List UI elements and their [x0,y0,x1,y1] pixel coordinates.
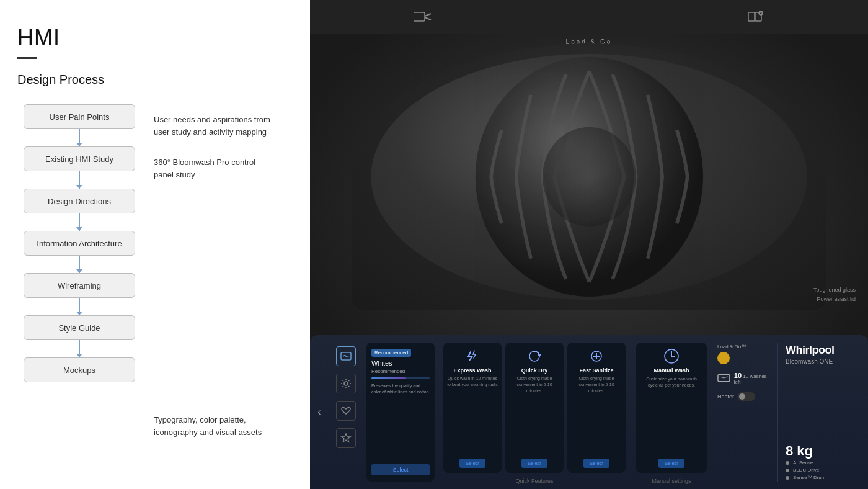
connector-2 [79,171,80,189]
whites-select-button[interactable]: Select [371,464,430,475]
step-mockups[interactable]: Mockups [24,357,135,382]
connector-4 [79,256,80,273]
fast-sanitize-icon [588,348,605,365]
whirlpool-logo: Whirlpool [786,344,861,357]
svg-line-2 [425,17,431,20]
glass-label: Toughened glass Power assist lid [813,285,856,303]
spec-label-2: BLDC Drive [793,467,819,473]
title-divider [17,57,37,59]
top-bar-divider [590,8,590,27]
page-title: HMI [17,25,291,51]
express-wash-title: Express Wash [453,367,491,374]
manual-wash-select-button[interactable]: Select [658,459,684,468]
recommended-badge: Recommended [371,349,411,357]
step-wireframing[interactable]: Wireframing [24,273,135,298]
load-go-indicator [717,352,730,364]
annotations-container: User needs and aspirations fromuser stud… [141,104,278,470]
settings-column: Load & Go™ 10 10 washes left Heater [712,335,777,489]
brand-specs: 8 kg AI Sense BLDC Drive Sense™ Drum [786,444,861,480]
spec-sense-drum: Sense™ Drum [786,475,861,480]
feature-card-express-wash: Express Wash Quick wash in 10 minutes to… [443,343,502,473]
spec-ai-sense: AI Sense [786,460,861,465]
spec-weight-row: 8 kg [786,444,861,458]
svg-point-11 [542,127,636,227]
feature-card-fast-sanitize: Fast Sanitize Cloth drying made convenie… [567,343,626,473]
right-panel: Load & Go [310,0,868,489]
washes-left-count: 10 10 washes left [734,372,773,385]
cycle-icon-heart[interactable] [336,401,356,421]
manual-wash-icon-container [641,348,702,365]
load-go-section: Load & Go™ [717,344,773,364]
drum-inner [371,54,807,300]
manual-wash-title: Manual Wash [641,367,702,374]
annotation-1: User needs and aspirations fromuser stud… [141,110,278,138]
flow-steps: User Pain Points Existing HMI Study Desi… [17,104,141,470]
heater-label: Heater [717,393,734,400]
wash-tub-icon [717,374,730,384]
spec-label-1: AI Sense [793,460,813,465]
express-wash-select-button[interactable]: Select [459,459,485,468]
washes-left-row: 10 10 washes left [717,372,773,385]
manual-settings-label: Manual settings [631,478,712,489]
spec-label-3: Sense™ Drum [793,475,825,480]
fast-sanitize-title: Fast Sanitize [579,367,613,374]
spec-dot-1 [786,461,789,465]
step-existing-hmi-study[interactable]: Existing HMI Study [24,146,135,171]
quick-dry-title: Quick Dry [521,367,548,374]
svg-point-13 [344,382,348,385]
cycle-icon-wash[interactable] [336,346,356,366]
washer-top-bar [310,0,868,34]
quick-features-label: Quick Features [438,478,631,489]
step-style-guide[interactable]: Style Guide [24,315,135,340]
cycle-icon-settings[interactable] [336,374,356,393]
svg-rect-0 [414,12,425,21]
manual-wash-icon [663,348,680,365]
quick-features-section: Express Wash Quick wash in 10 minutes to… [438,335,631,489]
whites-recommended-label: Recommended [371,369,430,374]
whites-progress-fill [371,377,406,379]
fast-sanitize-select-button[interactable]: Select [583,459,609,468]
svg-rect-4 [755,12,761,21]
design-process-heading: Design Process [17,73,291,87]
load-go-label: Load & Go™ [717,344,773,349]
svg-line-1 [425,14,431,16]
cycle-icons-section [329,335,363,489]
washer-drum [352,43,826,310]
step-information-architecture[interactable]: Information Architecture [24,231,135,256]
whites-desc: Preserves the quality and color of white… [371,383,430,460]
spec-dot-3 [786,476,789,480]
manual-wash-card: Manual Wash Customize your own wash cycl… [636,343,707,473]
brand-section: Whirlpool Bloomwash ONE 8 kg AI Sense BL… [778,335,868,489]
heater-toggle[interactable] [738,392,755,401]
quick-features-cards: Express Wash Quick wash in 10 minutes to… [438,335,631,478]
fast-sanitize-desc: Cloth drying made convenient in 5-10 min… [571,375,622,455]
process-flow: User Pain Points Existing HMI Study Desi… [17,104,291,470]
washer-control-panel: ‹ Recommended Whites Recommended [310,335,868,489]
arrow-left-icon[interactable]: ‹ [317,406,321,418]
svg-rect-3 [748,12,755,21]
annotation-6: Typography, color palette,iconography an… [141,414,278,470]
connector-6 [79,340,80,357]
whites-title: Whites [371,359,430,367]
quick-dry-icon [526,348,543,365]
step-design-directions[interactable]: Design Directions [24,189,135,213]
nav-arrows-left[interactable]: ‹ [310,335,329,489]
spec-dot-2 [786,469,789,472]
quick-dry-select-button[interactable]: Select [521,459,547,468]
weight-value: 8 kg [786,444,813,458]
connector-1 [79,129,80,146]
manual-wash-section: Manual Wash Customize your own wash cycl… [631,335,712,489]
spec-bldc-drive: BLDC Drive [786,467,861,473]
whites-progress-bar [371,377,430,379]
connector-5 [79,298,80,315]
whites-recommended-section: Recommended Whites Recommended Preserves… [366,343,435,482]
cycle-icon-star[interactable] [336,428,356,448]
express-wash-icon [464,348,481,365]
product-name: Bloomwash ONE [786,358,861,365]
washer-top: Load & Go [310,0,868,335]
annotation-2: 360° Bloomwash Pro controlpanel study [141,156,278,181]
left-panel: HMI Design Process User Pain Points Exis… [0,0,310,489]
step-user-pain-points[interactable]: User Pain Points [24,104,135,129]
connector-3 [79,213,80,231]
express-wash-desc: Quick wash in 10 minutes to beat your mo… [447,375,498,455]
